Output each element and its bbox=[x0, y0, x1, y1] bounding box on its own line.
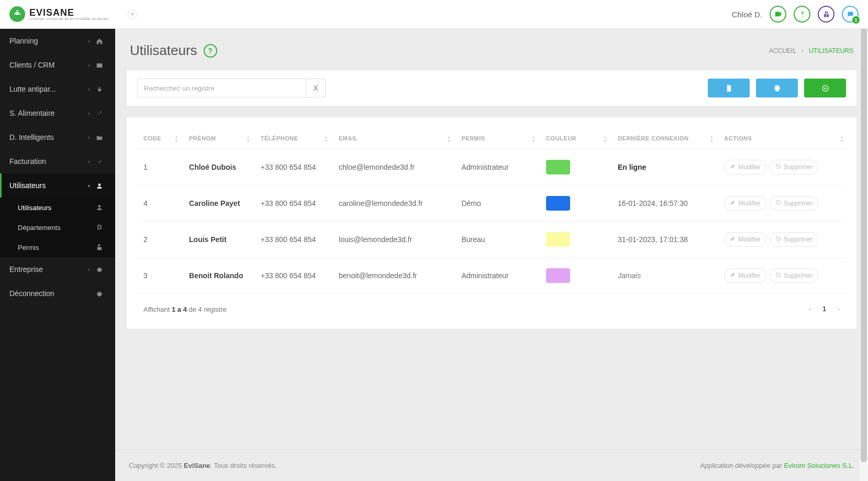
delete-button[interactable]: Supprimer bbox=[770, 196, 818, 211]
search-clear-button[interactable]: X bbox=[306, 79, 326, 97]
chevron-right-icon: › bbox=[802, 47, 804, 54]
search-input[interactable] bbox=[137, 79, 306, 97]
color-swatch bbox=[546, 268, 570, 283]
edit-button[interactable]: Modifier bbox=[724, 232, 766, 247]
utensils-icon bbox=[93, 109, 106, 117]
bug-icon bbox=[93, 85, 106, 93]
scrollbar-thumb[interactable] bbox=[861, 1, 867, 462]
add-button[interactable] bbox=[804, 79, 846, 97]
column-header-label: EMAIL bbox=[339, 135, 358, 141]
delete-button[interactable]: Supprimer bbox=[770, 160, 818, 174]
cell-email: caroline@lemondede3d.fr bbox=[331, 185, 454, 222]
brand-logo[interactable]: EVISANE LOGICIEL CLOUD DE 3D ET HYGIÈNE … bbox=[9, 6, 109, 22]
cell-permis: Administrateur bbox=[454, 258, 539, 294]
sort-icon: ▲▼ bbox=[175, 135, 179, 143]
cell-derniere: Jamais bbox=[610, 258, 717, 294]
column-header-email[interactable]: EMAIL▲▼ bbox=[331, 131, 454, 149]
cell-derniere: 31-01-2023, 17:01:38 bbox=[610, 222, 717, 258]
sort-icon: ▲▼ bbox=[710, 135, 714, 143]
breadcrumb: ACCUEIL › UTILISATEURS bbox=[769, 47, 853, 54]
notes-icon[interactable] bbox=[770, 6, 786, 23]
cell-couleur bbox=[539, 185, 610, 222]
table-row: 4Caroline Payet+33 800 654 854caroline@l… bbox=[136, 185, 847, 222]
sidebar-item-clients-crm[interactable]: Clients / CRM‹ bbox=[0, 53, 115, 77]
sidebar-item-facturation[interactable]: Facturation‹ bbox=[0, 149, 115, 173]
sidebar-item-entreprise[interactable]: Entreprise‹ bbox=[0, 257, 115, 281]
sidebar-toggle-icon[interactable] bbox=[128, 9, 137, 19]
sidebar-item-utilisateurs[interactable]: Utilisateurs‹ bbox=[0, 173, 115, 198]
sidebar-item-planning[interactable]: Planning‹ bbox=[0, 29, 115, 53]
column-header-label: ACTIONS bbox=[724, 135, 752, 141]
sidebar-item-d-intelligents[interactable]: D. Intelligents‹ bbox=[0, 125, 115, 149]
chevron-left-icon: ‹ bbox=[85, 266, 93, 272]
chat-icon[interactable]: 1 bbox=[842, 6, 859, 23]
ban-icon bbox=[775, 236, 781, 243]
breadcrumb-current: UTILISATEURS bbox=[809, 47, 853, 54]
column-header-label: DERNIÈRE CONNEXION bbox=[618, 135, 689, 141]
column-header-couleur[interactable]: COULEUR▲▼ bbox=[539, 131, 610, 149]
cell-couleur bbox=[539, 149, 610, 185]
sidebar-item-lutte-antipar-[interactable]: Lutte antipar...‹ bbox=[0, 77, 115, 101]
sidebar-subitem-utilisateurs[interactable]: Utilisateurs bbox=[0, 198, 115, 217]
page-help-icon[interactable]: ? bbox=[204, 44, 217, 58]
cell-couleur bbox=[539, 258, 610, 294]
page-number[interactable]: 1 bbox=[818, 303, 830, 315]
page-prev-icon[interactable]: ‹ bbox=[809, 305, 811, 313]
page-next-icon[interactable]: › bbox=[838, 305, 840, 313]
cell-couleur bbox=[539, 222, 610, 258]
sidebar-item-d-connection[interactable]: Déconnection bbox=[0, 281, 115, 305]
column-header-label: TÉLÉPHONE bbox=[261, 135, 298, 141]
column-header-derniere[interactable]: DERNIÈRE CONNEXION▲▼ bbox=[610, 131, 717, 149]
toolbar: X bbox=[127, 70, 856, 106]
lock-open-icon bbox=[93, 244, 106, 252]
cell-actions: ModifierSupprimer bbox=[717, 149, 847, 185]
sidebar-subitem-permis[interactable]: Permis bbox=[0, 237, 115, 257]
folder-icon bbox=[93, 133, 106, 141]
chevron-left-icon: ‹ bbox=[85, 62, 93, 68]
edit-button[interactable]: Modifier bbox=[724, 160, 766, 174]
gift-icon[interactable] bbox=[818, 6, 834, 23]
column-header-telephone[interactable]: TÉLÉPHONE▲▼ bbox=[253, 131, 331, 149]
table-row: 2Louis Petit+33 800 654 854louis@lemonde… bbox=[136, 222, 847, 258]
help-icon[interactable] bbox=[794, 6, 810, 23]
column-header-prenom[interactable]: PRÉNOM▲▼ bbox=[182, 131, 253, 149]
breadcrumb-home[interactable]: ACCUEIL bbox=[769, 47, 796, 54]
column-header-actions[interactable]: ACTIONS▲▼ bbox=[717, 131, 847, 149]
sidebar-item-label: Déconnection bbox=[9, 289, 93, 298]
sidebar-item-label: Entreprise bbox=[9, 265, 85, 274]
edit-button[interactable]: Modifier bbox=[724, 268, 766, 283]
scrollbar[interactable] bbox=[860, 0, 868, 481]
edit-icon bbox=[730, 200, 736, 207]
cell-derniere: En ligne bbox=[610, 149, 717, 185]
sort-icon: ▲▼ bbox=[840, 135, 844, 143]
print-button[interactable] bbox=[756, 79, 798, 97]
current-user-name[interactable]: Chloé D. bbox=[732, 10, 762, 19]
home-icon bbox=[93, 37, 106, 45]
vendor-link[interactable]: Evirom Soluciones S.L. bbox=[784, 462, 854, 469]
chevron-left-icon: ‹ bbox=[85, 86, 93, 92]
delete-button[interactable]: Supprimer bbox=[770, 268, 818, 283]
sort-icon: ▲▼ bbox=[325, 135, 328, 143]
column-header-code[interactable]: CODE▲▼ bbox=[136, 131, 182, 149]
cell-email: benoit@lemondede3d.fr bbox=[331, 258, 454, 294]
cell-code: 4 bbox=[136, 185, 182, 222]
sidebar-item-label: D. Intelligents bbox=[9, 133, 85, 141]
sidebar-subitem-label: Départements bbox=[18, 224, 93, 232]
column-header-label: CODE bbox=[143, 135, 161, 141]
sort-icon: ▲▼ bbox=[532, 135, 536, 143]
table-row: 1Chloé Dubois+33 800 654 854chloe@lemond… bbox=[136, 149, 847, 185]
sidebar-item-label: Facturation bbox=[9, 157, 85, 166]
chevron-left-icon: ‹ bbox=[85, 110, 93, 116]
edit-button[interactable]: Modifier bbox=[724, 196, 766, 211]
sidebar-subitem-d-partements[interactable]: DépartementsD bbox=[0, 217, 115, 237]
gear-icon bbox=[93, 265, 106, 274]
user-icon bbox=[93, 204, 106, 212]
printer-icon bbox=[773, 84, 781, 92]
sidebar-item-label: Planning bbox=[9, 37, 85, 45]
export-button[interactable] bbox=[708, 79, 750, 97]
power-icon bbox=[93, 289, 106, 298]
delete-button[interactable]: Supprimer bbox=[770, 232, 818, 247]
column-header-label: COULEUR bbox=[546, 135, 576, 141]
sidebar-item-s-alimentaire[interactable]: S. Alimentaire‹ bbox=[0, 101, 115, 125]
column-header-permis[interactable]: PERMIS▲▼ bbox=[454, 131, 539, 149]
